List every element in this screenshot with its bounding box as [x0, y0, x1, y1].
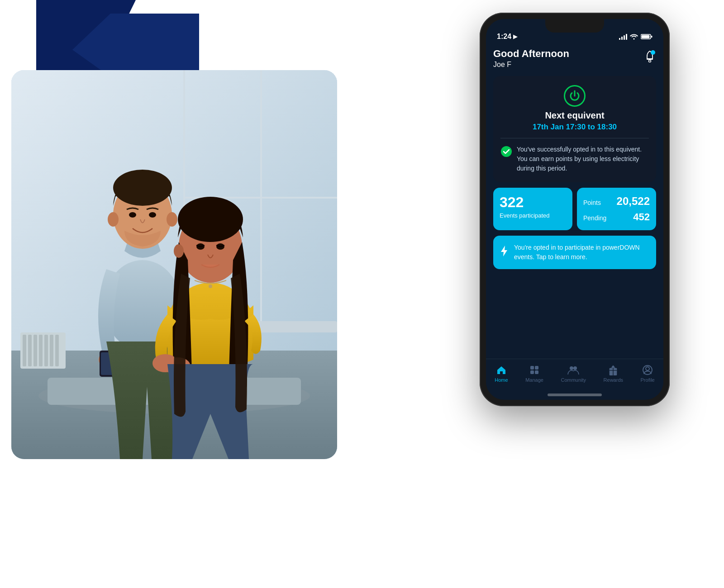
event-date: 17th Jan 17:30 to 18:30 — [500, 123, 649, 132]
nav-item-home[interactable]: Home — [495, 365, 508, 383]
phone-frame: 1:24 ▶ — [480, 13, 670, 406]
svg-rect-12 — [55, 335, 59, 366]
manage-icon — [529, 365, 540, 375]
svg-rect-10 — [44, 335, 48, 366]
points-label: Points — [583, 199, 601, 206]
phone-notch — [545, 19, 604, 33]
screen-content: Good Afternoon Joe F — [486, 44, 663, 359]
photo-card — [11, 70, 337, 459]
svg-point-26 — [149, 212, 156, 218]
svg-point-55 — [646, 367, 649, 370]
events-card[interactable]: 322 Events participated — [493, 188, 572, 230]
home-icon — [496, 365, 507, 375]
svg-rect-46 — [535, 366, 538, 370]
svg-point-42 — [649, 60, 651, 62]
svg-rect-11 — [50, 335, 53, 366]
signal-bar-2 — [621, 37, 623, 40]
events-label: Events participated — [500, 212, 566, 219]
nav-label-rewards: Rewards — [604, 377, 623, 383]
svg-rect-47 — [530, 370, 534, 374]
svg-rect-8 — [33, 335, 37, 366]
svg-point-24 — [167, 212, 177, 227]
svg-point-50 — [573, 366, 577, 370]
svg-point-25 — [129, 212, 136, 218]
nav-item-community[interactable]: Community — [561, 365, 586, 383]
svg-point-43 — [651, 50, 655, 55]
svg-point-49 — [570, 366, 573, 370]
event-icon-wrap — [500, 85, 649, 107]
wifi-icon — [630, 33, 638, 40]
pending-row: Pending 452 — [583, 211, 650, 223]
nav-item-rewards[interactable]: Rewards — [604, 365, 623, 383]
signal-icon — [619, 33, 627, 40]
svg-point-33 — [174, 244, 184, 258]
nav-label-community: Community — [561, 377, 586, 383]
points-row: Points 20,522 — [583, 195, 650, 208]
points-card[interactable]: Points 20,522 Pending 452 — [577, 188, 656, 230]
nav-label-home: Home — [495, 377, 508, 383]
bell-icon[interactable] — [643, 50, 656, 65]
svg-point-44 — [501, 146, 512, 157]
event-status: You've successfully opted in to this equ… — [500, 145, 649, 173]
phone-screen: 1:24 ▶ — [486, 19, 663, 400]
opted-text: You're opted in to participate in powerD… — [514, 243, 650, 262]
svg-point-23 — [108, 212, 119, 227]
location-icon: ▶ — [513, 33, 517, 40]
points-value: 20,522 — [617, 195, 650, 208]
svg-rect-16 — [262, 197, 337, 199]
svg-rect-7 — [28, 335, 32, 366]
profile-icon — [642, 365, 653, 375]
svg-point-36 — [209, 285, 212, 288]
nav-item-profile[interactable]: Profile — [641, 365, 655, 383]
stats-row: 322 Events participated Points 20,522 Pe… — [493, 188, 656, 230]
home-indicator — [548, 394, 602, 396]
greeting-block: Good Afternoon Joe F — [493, 48, 569, 69]
nav-item-manage[interactable]: Manage — [525, 365, 543, 383]
bottom-nav: Home Manage — [486, 359, 663, 392]
svg-rect-48 — [535, 370, 538, 374]
app-header: Good Afternoon Joe F — [493, 44, 656, 76]
pending-value: 452 — [633, 211, 650, 223]
people-illustration — [11, 70, 337, 459]
svg-rect-40 — [642, 35, 650, 38]
rewards-icon — [608, 365, 618, 375]
svg-rect-45 — [530, 366, 534, 370]
opted-banner[interactable]: You're opted in to participate in powerD… — [493, 236, 656, 269]
svg-rect-15 — [183, 197, 262, 199]
lightning-icon — [500, 245, 509, 260]
phone-mockup: 1:24 ▶ — [480, 13, 670, 406]
event-card[interactable]: Next equivent 17th Jan 17:30 to 18:30 Yo… — [493, 76, 656, 182]
signal-bar-3 — [624, 35, 625, 40]
status-icons — [619, 33, 653, 40]
events-count: 322 — [500, 195, 566, 209]
event-status-text: You've successfully opted in to this equ… — [517, 145, 649, 173]
signal-bar-4 — [626, 34, 627, 40]
event-divider — [500, 138, 649, 138]
battery-icon — [641, 33, 653, 40]
check-circle-icon — [500, 146, 512, 157]
greeting-text: Good Afternoon — [493, 48, 569, 60]
svg-rect-41 — [651, 36, 653, 38]
signal-bar-1 — [619, 38, 620, 40]
nav-label-manage: Manage — [525, 377, 543, 383]
community-icon — [567, 365, 579, 375]
pending-label: Pending — [583, 214, 606, 222]
user-name: Joe F — [493, 61, 569, 69]
event-title: Next equivent — [500, 110, 649, 121]
svg-rect-6 — [23, 335, 26, 366]
power-icon — [564, 85, 586, 107]
nav-label-profile: Profile — [641, 377, 655, 383]
status-time: 1:24 — [497, 33, 511, 41]
svg-rect-9 — [39, 335, 43, 366]
